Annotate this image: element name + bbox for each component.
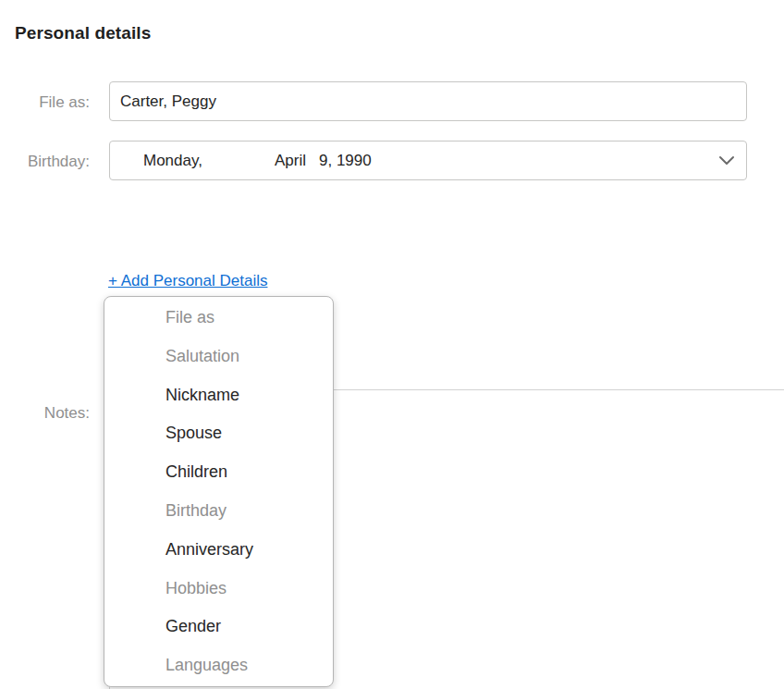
- birthday-month-value[interactable]: April: [275, 141, 306, 179]
- birthday-weekday-value[interactable]: Monday,: [143, 141, 202, 179]
- menu-item-birthday: Birthday: [104, 492, 333, 531]
- add-personal-details-link[interactable]: + Add Personal Details: [108, 272, 267, 290]
- menu-item-gender[interactable]: Gender: [104, 608, 333, 646]
- page-title: Personal details: [15, 23, 151, 43]
- menu-item-hobbies: Hobbies: [104, 570, 333, 609]
- notes-label: Notes:: [0, 403, 90, 423]
- menu-item-children[interactable]: Children: [104, 453, 333, 492]
- personal-details-panel: Personal details File as: Birthday: Mond…: [0, 0, 784, 689]
- menu-item-anniversary[interactable]: Anniversary: [104, 531, 333, 570]
- menu-item-languages: Languages: [104, 646, 333, 685]
- birthday-label: Birthday:: [0, 152, 90, 171]
- file-as-input[interactable]: [109, 81, 747, 121]
- menu-item-file-as: File as: [104, 299, 333, 338]
- menu-item-spouse[interactable]: Spouse: [104, 414, 333, 453]
- chevron-down-icon[interactable]: [718, 154, 735, 166]
- birthday-day-year-value[interactable]: 9, 1990: [319, 141, 372, 179]
- birthday-date-dropdown[interactable]: Monday, April 9, 1990: [109, 141, 747, 180]
- add-personal-details-menu: File asSalutationNicknameSpouseChildrenB…: [104, 296, 334, 687]
- menu-item-salutation: Salutation: [104, 338, 333, 376]
- menu-item-nickname[interactable]: Nickname: [104, 376, 333, 415]
- file-as-label: File as:: [0, 92, 90, 112]
